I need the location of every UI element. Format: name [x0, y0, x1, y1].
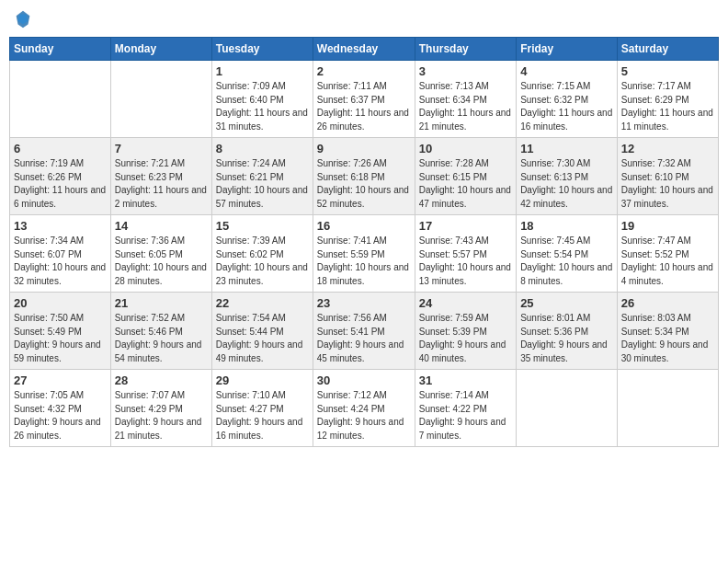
day-info: Sunrise: 7:05 AM Sunset: 4:32 PM Dayligh…	[14, 389, 107, 442]
day-number: 4	[520, 64, 613, 78]
calendar-cell: 11Sunrise: 7:30 AM Sunset: 6:13 PM Dayli…	[517, 138, 618, 215]
day-number: 17	[419, 219, 512, 233]
day-info: Sunrise: 7:09 AM Sunset: 6:40 PM Dayligh…	[216, 80, 309, 133]
calendar-cell: 28Sunrise: 7:07 AM Sunset: 4:29 PM Dayli…	[110, 370, 211, 447]
day-info: Sunrise: 7:28 AM Sunset: 6:15 PM Dayligh…	[419, 157, 512, 211]
day-info: Sunrise: 7:14 AM Sunset: 4:22 PM Dayligh…	[419, 389, 512, 442]
page-header	[9, 9, 719, 29]
weekday-header-wednesday: Wednesday	[313, 38, 415, 61]
day-number: 12	[621, 142, 714, 155]
day-number: 25	[520, 296, 613, 310]
calendar-cell: 26Sunrise: 8:03 AM Sunset: 5:34 PM Dayli…	[617, 293, 718, 370]
day-info: Sunrise: 7:21 AM Sunset: 6:23 PM Dayligh…	[115, 157, 208, 211]
calendar-cell: 15Sunrise: 7:39 AM Sunset: 6:02 PM Dayli…	[211, 215, 313, 293]
calendar-cell: 29Sunrise: 7:10 AM Sunset: 4:27 PM Dayli…	[211, 370, 313, 447]
calendar-cell: 24Sunrise: 7:59 AM Sunset: 5:39 PM Dayli…	[415, 293, 516, 370]
calendar-cell: 27Sunrise: 7:05 AM Sunset: 4:32 PM Dayli…	[10, 370, 111, 447]
calendar-cell: 2Sunrise: 7:11 AM Sunset: 6:37 PM Daylig…	[313, 61, 415, 138]
day-info: Sunrise: 7:17 AM Sunset: 6:29 PM Dayligh…	[621, 80, 714, 133]
day-info: Sunrise: 7:19 AM Sunset: 6:26 PM Dayligh…	[14, 157, 107, 211]
day-number: 15	[216, 219, 309, 233]
calendar-cell: 10Sunrise: 7:28 AM Sunset: 6:15 PM Dayli…	[415, 138, 516, 215]
day-info: Sunrise: 7:34 AM Sunset: 6:07 PM Dayligh…	[14, 235, 107, 288]
calendar-cell: 8Sunrise: 7:24 AM Sunset: 6:21 PM Daylig…	[211, 138, 313, 215]
day-number: 19	[621, 219, 714, 233]
day-number: 16	[317, 219, 411, 233]
day-number: 22	[216, 296, 309, 310]
calendar-cell	[517, 370, 618, 447]
day-number: 23	[317, 296, 411, 310]
day-info: Sunrise: 7:41 AM Sunset: 5:59 PM Dayligh…	[317, 235, 411, 288]
day-info: Sunrise: 7:56 AM Sunset: 5:41 PM Dayligh…	[317, 312, 411, 365]
day-info: Sunrise: 7:24 AM Sunset: 6:21 PM Dayligh…	[216, 157, 309, 211]
day-number: 26	[621, 296, 714, 310]
day-number: 11	[520, 142, 613, 155]
day-number: 30	[317, 373, 411, 387]
day-info: Sunrise: 7:52 AM Sunset: 5:46 PM Dayligh…	[115, 312, 208, 365]
day-number: 9	[317, 142, 411, 155]
weekday-header-monday: Monday	[110, 38, 211, 61]
day-info: Sunrise: 7:47 AM Sunset: 5:52 PM Dayligh…	[621, 235, 714, 288]
calendar-cell: 4Sunrise: 7:15 AM Sunset: 6:32 PM Daylig…	[517, 61, 618, 138]
calendar-cell: 25Sunrise: 8:01 AM Sunset: 5:36 PM Dayli…	[517, 293, 618, 370]
day-info: Sunrise: 7:26 AM Sunset: 6:18 PM Dayligh…	[317, 157, 411, 211]
day-info: Sunrise: 8:01 AM Sunset: 5:36 PM Dayligh…	[520, 312, 613, 365]
calendar-cell: 31Sunrise: 7:14 AM Sunset: 4:22 PM Dayli…	[415, 370, 516, 447]
calendar-cell: 13Sunrise: 7:34 AM Sunset: 6:07 PM Dayli…	[10, 215, 111, 293]
day-number: 13	[14, 219, 107, 233]
day-info: Sunrise: 7:36 AM Sunset: 6:05 PM Dayligh…	[115, 235, 208, 288]
calendar-cell: 22Sunrise: 7:54 AM Sunset: 5:44 PM Dayli…	[211, 293, 313, 370]
weekday-header-tuesday: Tuesday	[211, 38, 313, 61]
day-number: 21	[115, 296, 208, 310]
calendar-cell: 30Sunrise: 7:12 AM Sunset: 4:24 PM Dayli…	[313, 370, 415, 447]
calendar-cell: 5Sunrise: 7:17 AM Sunset: 6:29 PM Daylig…	[617, 61, 718, 138]
calendar-cell: 1Sunrise: 7:09 AM Sunset: 6:40 PM Daylig…	[211, 61, 313, 138]
day-info: Sunrise: 7:13 AM Sunset: 6:34 PM Dayligh…	[419, 80, 512, 133]
day-number: 1	[216, 64, 309, 78]
logo-icon	[13, 9, 33, 29]
day-info: Sunrise: 7:50 AM Sunset: 5:49 PM Dayligh…	[14, 312, 107, 365]
day-number: 10	[419, 142, 512, 155]
day-number: 14	[115, 219, 208, 233]
calendar-cell: 6Sunrise: 7:19 AM Sunset: 6:26 PM Daylig…	[10, 138, 111, 215]
day-info: Sunrise: 7:43 AM Sunset: 5:57 PM Dayligh…	[419, 235, 512, 288]
day-info: Sunrise: 7:15 AM Sunset: 6:32 PM Dayligh…	[520, 80, 613, 133]
day-info: Sunrise: 7:39 AM Sunset: 6:02 PM Dayligh…	[216, 235, 309, 288]
day-number: 29	[216, 373, 309, 387]
calendar-cell: 9Sunrise: 7:26 AM Sunset: 6:18 PM Daylig…	[313, 138, 415, 215]
calendar-cell: 23Sunrise: 7:56 AM Sunset: 5:41 PM Dayli…	[313, 293, 415, 370]
weekday-header-sunday: Sunday	[10, 38, 111, 61]
calendar-cell	[110, 61, 211, 138]
day-info: Sunrise: 7:07 AM Sunset: 4:29 PM Dayligh…	[115, 389, 208, 442]
day-number: 28	[115, 373, 208, 387]
day-number: 18	[520, 219, 613, 233]
day-number: 31	[419, 373, 512, 387]
calendar-cell: 20Sunrise: 7:50 AM Sunset: 5:49 PM Dayli…	[10, 293, 111, 370]
day-info: Sunrise: 7:11 AM Sunset: 6:37 PM Dayligh…	[317, 80, 411, 133]
day-number: 7	[115, 142, 208, 155]
calendar-cell: 16Sunrise: 7:41 AM Sunset: 5:59 PM Dayli…	[313, 215, 415, 293]
day-info: Sunrise: 7:54 AM Sunset: 5:44 PM Dayligh…	[216, 312, 309, 365]
day-number: 27	[14, 373, 107, 387]
calendar-cell: 17Sunrise: 7:43 AM Sunset: 5:57 PM Dayli…	[415, 215, 516, 293]
calendar-cell: 7Sunrise: 7:21 AM Sunset: 6:23 PM Daylig…	[110, 138, 211, 215]
day-number: 5	[621, 64, 714, 78]
calendar-cell: 3Sunrise: 7:13 AM Sunset: 6:34 PM Daylig…	[415, 61, 516, 138]
calendar-cell: 12Sunrise: 7:32 AM Sunset: 6:10 PM Dayli…	[617, 138, 718, 215]
day-info: Sunrise: 8:03 AM Sunset: 5:34 PM Dayligh…	[621, 312, 714, 365]
day-info: Sunrise: 7:30 AM Sunset: 6:13 PM Dayligh…	[520, 157, 613, 211]
calendar-cell	[617, 370, 718, 447]
calendar-cell: 21Sunrise: 7:52 AM Sunset: 5:46 PM Dayli…	[110, 293, 211, 370]
weekday-header-saturday: Saturday	[617, 38, 718, 61]
day-number: 24	[419, 296, 512, 310]
calendar-cell: 19Sunrise: 7:47 AM Sunset: 5:52 PM Dayli…	[617, 215, 718, 293]
calendar-cell: 18Sunrise: 7:45 AM Sunset: 5:54 PM Dayli…	[517, 215, 618, 293]
day-info: Sunrise: 7:10 AM Sunset: 4:27 PM Dayligh…	[216, 389, 309, 442]
calendar-cell	[10, 61, 111, 138]
calendar-cell: 14Sunrise: 7:36 AM Sunset: 6:05 PM Dayli…	[110, 215, 211, 293]
day-info: Sunrise: 7:32 AM Sunset: 6:10 PM Dayligh…	[621, 157, 714, 211]
day-info: Sunrise: 7:12 AM Sunset: 4:24 PM Dayligh…	[317, 389, 411, 442]
day-number: 6	[14, 142, 107, 155]
day-number: 2	[317, 64, 411, 78]
logo	[13, 9, 35, 29]
